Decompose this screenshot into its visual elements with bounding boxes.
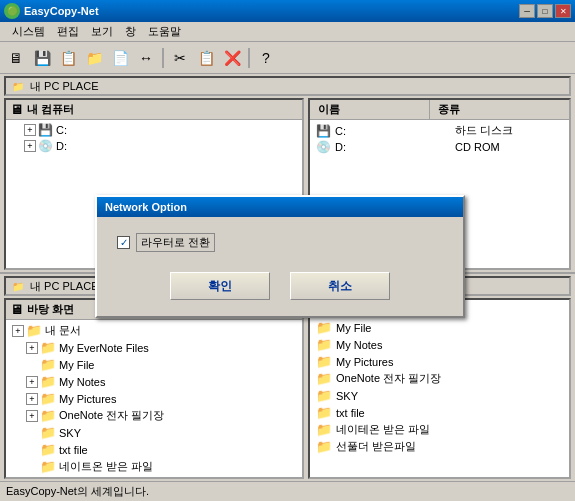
bottom-address-text: 내 PC PLACE [30,279,98,294]
top-left-title: 내 컴퓨터 [27,102,74,117]
toolbar-separator [162,48,164,68]
item-d-name: D: [335,141,455,153]
maximize-button[interactable]: □ [537,4,553,18]
tree-label-mypictures: My Pictures [59,393,116,405]
window-title: EasyCopy-Net [24,5,519,17]
tree-item-mypictures[interactable]: + 📁 My Pictures [8,390,300,407]
right-mynotes[interactable]: 📁 My Notes [312,336,567,353]
right-sunpulder-label: 선풀더 받은파일 [336,439,416,454]
cancel-button[interactable]: 취소 [290,272,390,300]
bottom-left-tree: + 📁 내 문서 + 📁 My EverNote Files 📁 My File [6,320,302,477]
tree-item-nateon[interactable]: 📁 네이트온 받은 파일 [8,458,300,475]
toolbar-btn-5[interactable]: 📄 [108,46,132,70]
right-onenote[interactable]: 📁 OneNote 전자 필기장 [312,370,567,387]
tree-label-evernote: My EverNote Files [59,342,149,354]
tree-label-nateon: 네이트온 받은 파일 [59,459,153,474]
bottom-left-panel: 🖥 바탕 화면 + 📁 내 문서 + 📁 My EverNote Files [4,298,304,479]
app-icon: 🟢 [4,3,20,19]
item-c-name: C: [335,125,455,137]
bottom-right-list: 📁 My EverNote Files 📁 My File 📁 My Notes… [310,300,569,477]
tree-label-onenote: OneNote 전자 필기장 [59,408,164,423]
router-checkbox-label: 라우터로 전환 [136,233,215,252]
right-nateon-label: 네이테온 받은 파일 [336,422,430,437]
tree-label-sky: SKY [59,427,81,439]
menu-system[interactable]: 시스템 [6,22,51,41]
toolbar-btn-1[interactable]: 🖥 [4,46,28,70]
toolbar-separator-2 [248,48,250,68]
toolbar-btn-6[interactable]: ↔ [134,46,158,70]
expand-mynotes[interactable]: + [26,376,38,388]
expand-evernote[interactable]: + [26,342,38,354]
bottom-right-panel: 📁 My EverNote Files 📁 My File 📁 My Notes… [308,298,571,479]
confirm-button[interactable]: 확인 [170,272,270,300]
toolbar-btn-7[interactable]: ✂ [168,46,192,70]
close-button[interactable]: ✕ [555,4,571,18]
router-checkbox[interactable]: ✓ [117,236,130,249]
network-option-dialog[interactable]: Network Option ✓ 라우터로 전환 확인 취소 [95,195,465,318]
expand-d[interactable]: + [24,140,36,152]
menu-bar: 시스템 편집 보기 창 도움말 [0,22,575,42]
tree-label-mynotes: My Notes [59,376,105,388]
status-bar: EasyCopy-Net의 세계입니다. [0,481,575,501]
tree-item-c[interactable]: + 💾 C: [8,122,300,138]
expand-c[interactable]: + [24,124,36,136]
tree-item-txt[interactable]: 📁 txt file [8,441,300,458]
toolbar-btn-9[interactable]: ❌ [220,46,244,70]
top-left-header: 🖥 내 컴퓨터 [6,100,302,120]
modal-title: Network Option [97,197,463,217]
col-name: 이름 [310,100,430,119]
item-c-type: 하드 디스크 [455,123,513,138]
top-right-header: 이름 종류 [310,100,569,120]
right-mypictures[interactable]: 📁 My Pictures [312,353,567,370]
toolbar-btn-4[interactable]: 📁 [82,46,106,70]
right-sky-label: SKY [336,390,358,402]
top-address-bar: 📁 내 PC PLACE [4,76,571,96]
right-txt[interactable]: 📁 txt file [312,404,567,421]
tree-label-c: C: [56,124,67,136]
list-item-d[interactable]: 💿 D: CD ROM [312,139,567,155]
right-sky[interactable]: 📁 SKY [312,387,567,404]
tree-item-evernote[interactable]: + 📁 My EverNote Files [8,339,300,356]
toolbar-btn-3[interactable]: 📋 [56,46,80,70]
toolbar-btn-help[interactable]: ? [254,46,278,70]
tree-item-myfile[interactable]: 📁 My File [8,356,300,373]
menu-help[interactable]: 도움말 [142,22,187,41]
toolbar-btn-8[interactable]: 📋 [194,46,218,70]
modal-content: ✓ 라우터로 전환 확인 취소 [97,217,463,316]
tree-label-txt: txt file [59,444,88,456]
item-d-type: CD ROM [455,141,500,153]
expand-mypictures[interactable]: + [26,393,38,405]
right-mypictures-label: My Pictures [336,356,393,368]
expand-documents[interactable]: + [12,325,24,337]
menu-edit[interactable]: 편집 [51,22,85,41]
menu-window[interactable]: 창 [119,22,142,41]
expand-onenote[interactable]: + [26,410,38,422]
top-address-text: 내 PC PLACE [30,79,98,94]
list-item-c[interactable]: 💾 C: 하드 디스크 [312,122,567,139]
right-myfile[interactable]: 📁 My File [312,319,567,336]
tree-item-d[interactable]: + 💿 D: [8,138,300,154]
right-onenote-label: OneNote 전자 필기장 [336,371,441,386]
tree-label-d: D: [56,140,67,152]
bottom-left-title: 바탕 화면 [27,302,74,317]
tree-item-documents[interactable]: + 📁 내 문서 [8,322,300,339]
minimize-button[interactable]: ─ [519,4,535,18]
tree-item-onenote[interactable]: + 📁 OneNote 전자 필기장 [8,407,300,424]
toolbar-btn-2[interactable]: 💾 [30,46,54,70]
right-sunpulder[interactable]: 📁 선풀더 받은파일 [312,438,567,455]
tree-item-sky[interactable]: 📁 SKY [8,424,300,441]
modal-buttons: 확인 취소 [117,272,443,300]
right-myfile-label: My File [336,322,371,334]
bottom-section: 🖥 바탕 화면 + 📁 내 문서 + 📁 My EverNote Files [0,296,575,481]
toolbar: 🖥 💾 📋 📁 📄 ↔ ✂ 📋 ❌ ? [0,42,575,74]
title-bar: 🟢 EasyCopy-Net ─ □ ✕ [0,0,575,22]
status-text: EasyCopy-Net의 세계입니다. [6,484,149,499]
right-mynotes-label: My Notes [336,339,382,351]
tree-label-myfile: My File [59,359,94,371]
tree-item-mynotes[interactable]: + 📁 My Notes [8,373,300,390]
menu-view[interactable]: 보기 [85,22,119,41]
window-controls: ─ □ ✕ [519,4,571,18]
modal-checkbox-row: ✓ 라우터로 전환 [117,233,443,252]
tree-label-documents: 내 문서 [45,323,81,338]
right-nateon[interactable]: 📁 네이테온 받은 파일 [312,421,567,438]
